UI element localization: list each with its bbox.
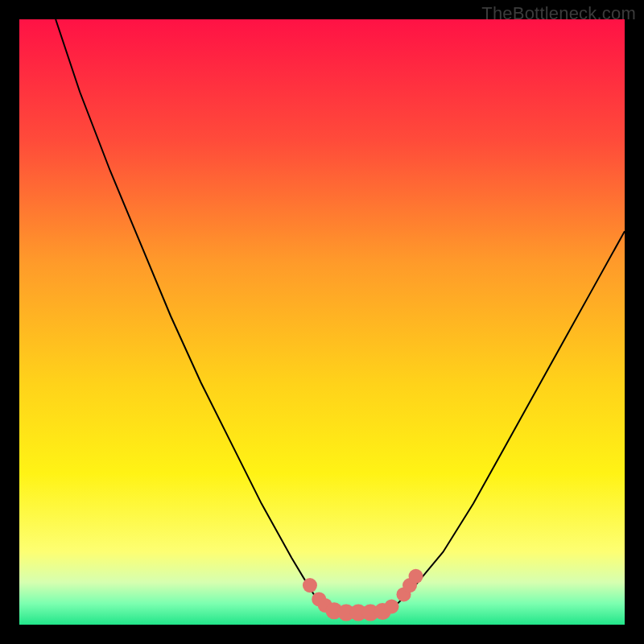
valley-marker [384, 599, 398, 613]
chart-stage: TheBottleneck.com [0, 0, 644, 644]
valley-marker [303, 578, 317, 592]
curve-layer [19, 19, 625, 625]
bottleneck-curve [56, 19, 625, 613]
plot-area [19, 19, 625, 625]
valley-marker [409, 569, 423, 584]
